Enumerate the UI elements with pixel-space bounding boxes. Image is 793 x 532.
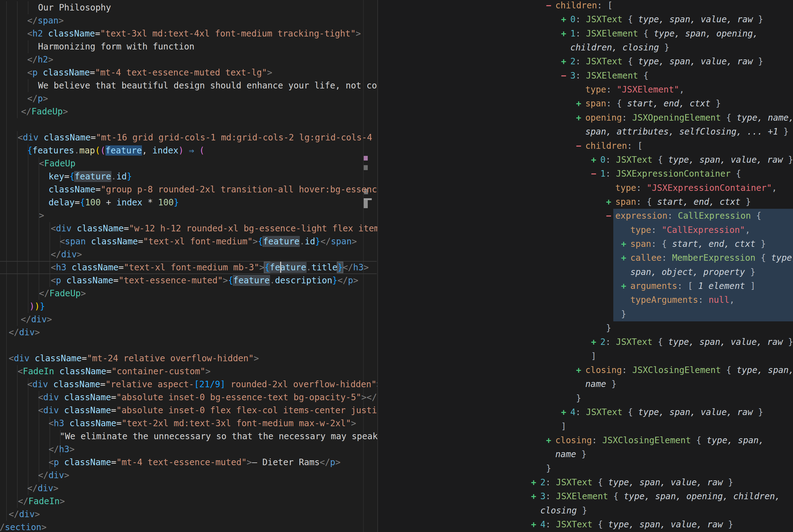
expand-icon[interactable]: + — [561, 12, 566, 26]
code-line[interactable]: <div className="mt-16 grid grid-cols-1 m… — [18, 131, 377, 144]
ast-row[interactable]: span, attributes, selfClosing, ... +1 } — [378, 125, 793, 139]
code-line[interactable]: </span> — [27, 14, 64, 27]
ast-row[interactable]: +closing: JSXClosingElement { type, span… — [378, 433, 793, 448]
ast-row[interactable]: +span: { start, end, ctxt } — [378, 237, 793, 251]
ast-tree-pane[interactable]: −children: [+0: JSXText { type, span, va… — [378, 0, 793, 532]
expand-icon[interactable]: + — [561, 405, 566, 419]
ast-row[interactable]: } — [378, 321, 793, 335]
expand-icon[interactable]: + — [531, 489, 536, 503]
collapse-icon[interactable]: − — [561, 69, 566, 82]
code-line[interactable]: </div> — [51, 248, 82, 261]
editor-pane[interactable]: Our Philosophy</span><h2 className="text… — [0, 0, 377, 532]
expand-icon[interactable]: + — [561, 54, 566, 68]
ast-row[interactable]: +2: JSXText { type, span, value, raw } — [378, 475, 793, 490]
collapse-icon[interactable]: − — [546, 0, 552, 12]
code-line[interactable]: <FadeIn className="container-custom"> — [18, 365, 211, 378]
ast-row[interactable]: } — [378, 461, 793, 476]
code-line[interactable]: We believe that beautiful design should … — [38, 79, 377, 92]
ast-row[interactable]: +0: JSXText { type, span, value, raw } — [378, 12, 793, 26]
code-line[interactable]: ))} — [30, 300, 45, 313]
code-line[interactable]: <p className="text-essence-muted">{featu… — [51, 274, 359, 287]
ast-row[interactable]: −3: JSXElement { — [378, 69, 793, 83]
code-line[interactable]: </p> — [27, 92, 48, 105]
expand-icon[interactable]: + — [576, 363, 581, 377]
ast-row[interactable]: +2: JSXText { type, span, value, raw } — [378, 335, 793, 349]
code-line[interactable]: </div> — [27, 482, 58, 495]
code-line[interactable]: <p className="mt-4 text-essence-muted">—… — [49, 456, 341, 469]
code-line[interactable]: <h3 className="text-xl font-medium mb-3"… — [51, 261, 369, 274]
collapse-icon[interactable]: − — [576, 139, 581, 153]
expand-icon[interactable]: + — [546, 433, 552, 447]
code-line[interactable]: className="group p-8 rounded-2xl transit… — [49, 183, 377, 196]
code-line[interactable]: </div> — [21, 313, 52, 326]
expand-icon[interactable]: + — [591, 335, 596, 349]
code-line[interactable]: Our Philosophy — [38, 1, 111, 14]
ast-row[interactable]: closing } — [378, 504, 793, 518]
ast-row[interactable]: typeArguments: null, — [378, 293, 793, 307]
code-line[interactable]: <span className="text-xl font-medium">{f… — [60, 235, 357, 248]
expand-icon[interactable]: + — [531, 517, 536, 531]
code-line[interactable]: <div className="w-12 h-12 rounded-xl bg-… — [51, 222, 377, 235]
ast-row[interactable]: +2: JSXText { type, span, value, raw } — [378, 54, 793, 69]
collapse-icon[interactable]: − — [606, 209, 612, 223]
expand-icon[interactable]: + — [576, 111, 581, 125]
ast-row[interactable]: name } — [378, 447, 793, 461]
ast-row[interactable]: +1: JSXElement { type, span, opening, — [378, 26, 793, 41]
ast-row[interactable]: −expression: CallExpression { — [378, 209, 793, 223]
code-line[interactable]: <p className="mt-4 text-essence-muted te… — [27, 66, 272, 79]
ast-row[interactable]: +span: { start, end, ctxt } — [378, 96, 793, 111]
ast-row[interactable]: } — [378, 391, 793, 405]
expand-icon[interactable]: + — [621, 237, 626, 251]
code-line[interactable]: <h3 className="text-2xl md:text-3xl font… — [49, 417, 356, 430]
expand-icon[interactable]: + — [576, 96, 581, 110]
expand-icon[interactable]: + — [621, 251, 626, 265]
expand-icon[interactable]: + — [621, 279, 626, 293]
code-line[interactable]: Harmonizing form with function — [38, 40, 195, 53]
code-line[interactable]: > — [39, 209, 44, 222]
ast-row[interactable]: children, closing } — [378, 40, 793, 55]
code-line[interactable]: delay={100 + index * 100} — [49, 196, 179, 209]
code-line[interactable]: <div className="relative aspect-[21/9] r… — [27, 378, 377, 391]
ast-row[interactable]: +opening: JSXOpeningElement { type, name… — [378, 111, 793, 125]
code-line[interactable]: </FadeUp> — [39, 287, 86, 300]
expand-icon[interactable]: + — [531, 475, 536, 489]
ast-row[interactable]: } — [378, 307, 793, 321]
code-line[interactable]: <div className="absolute inset-0 flex fl… — [38, 404, 377, 417]
ast-row[interactable]: +4: JSXText { type, span, value, raw } — [378, 517, 793, 532]
code-line[interactable]: </h3> — [49, 443, 75, 456]
code-line[interactable]: "We eliminate the unnecessary so that th… — [60, 430, 377, 443]
code-line[interactable]: </section> — [0, 521, 47, 532]
code-line[interactable]: <h2 className="text-3xl md:text-4xl font… — [27, 27, 361, 40]
expand-icon[interactable]: + — [591, 153, 596, 167]
ast-row[interactable]: −1: JSXExpressionContainer { — [378, 167, 793, 181]
expand-icon[interactable]: + — [561, 26, 566, 40]
ast-row[interactable]: name } — [378, 377, 793, 391]
ast-row[interactable]: +arguments: [ 1 element ] — [378, 279, 793, 293]
ast-row[interactable]: +span: { start, end, ctxt } — [378, 195, 793, 209]
ast-row[interactable]: ] — [378, 349, 793, 363]
ast-row[interactable]: +callee: MemberExpression { type, — [378, 251, 793, 265]
ast-row[interactable]: +0: JSXText { type, span, value, raw } — [378, 153, 793, 167]
code-line[interactable]: </h2> — [27, 53, 53, 66]
code-line[interactable]: <FadeUp — [39, 157, 75, 170]
expand-icon[interactable]: + — [606, 195, 612, 209]
code-line[interactable]: </FadeUp> — [21, 105, 68, 118]
code-line[interactable]: {features.map((feature, index) ⇒ ( — [27, 144, 205, 157]
ast-row[interactable]: +3: JSXElement { type, span, opening, ch… — [378, 489, 793, 504]
ast-row[interactable]: −children: [ — [378, 139, 793, 153]
collapse-icon[interactable]: − — [591, 167, 596, 180]
code-line[interactable]: </div> — [9, 326, 40, 339]
code-line[interactable]: key={feature.id} — [49, 170, 132, 183]
code-line[interactable]: </div> — [38, 469, 69, 482]
ast-row[interactable]: type: "JSXExpressionContainer", — [378, 181, 793, 195]
ast-row[interactable]: +closing: JSXClosingElement { type, span… — [378, 363, 793, 377]
code-line[interactable]: <div className="mt-24 relative overflow-… — [9, 352, 259, 365]
ast-row[interactable]: +4: JSXText { type, span, value, raw } — [378, 405, 793, 419]
ast-row[interactable]: type: "JSXElement", — [378, 82, 793, 97]
ast-row[interactable]: ] — [378, 419, 793, 434]
ast-row[interactable]: type: "CallExpression", — [378, 223, 793, 237]
code-line[interactable]: </FadeIn> — [18, 495, 65, 508]
code-line[interactable]: <div className="absolute inset-0 bg-esse… — [38, 391, 377, 404]
code-line[interactable]: </div> — [9, 508, 40, 521]
ast-row[interactable]: −children: [ — [378, 0, 793, 13]
